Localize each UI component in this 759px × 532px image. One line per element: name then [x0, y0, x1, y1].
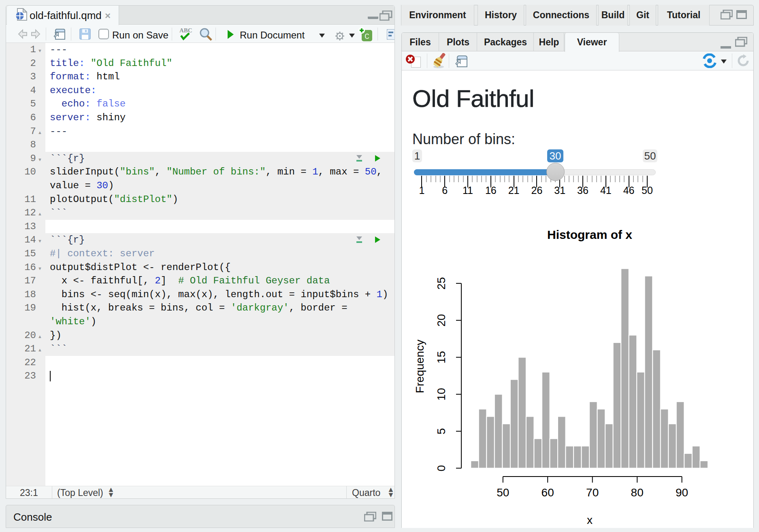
svg-text:70: 70 [586, 486, 599, 499]
svg-text:Frequency: Frequency [414, 340, 426, 393]
svg-text:ABC: ABC [179, 27, 192, 34]
svg-text:10: 10 [435, 388, 448, 400]
svg-text:50: 50 [497, 486, 509, 499]
svg-text:90: 90 [676, 486, 688, 499]
svg-text:C: C [365, 32, 369, 41]
svg-text:0: 0 [435, 465, 448, 472]
svg-text:x: x [587, 514, 593, 526]
svg-text:20: 20 [435, 314, 448, 327]
svg-text:80: 80 [631, 486, 644, 499]
svg-text:25: 25 [435, 277, 448, 289]
svg-text:60: 60 [542, 486, 554, 499]
svg-text:Histogram of x: Histogram of x [547, 228, 632, 241]
svg-text:15: 15 [435, 351, 448, 364]
svg-text:5: 5 [435, 428, 448, 434]
